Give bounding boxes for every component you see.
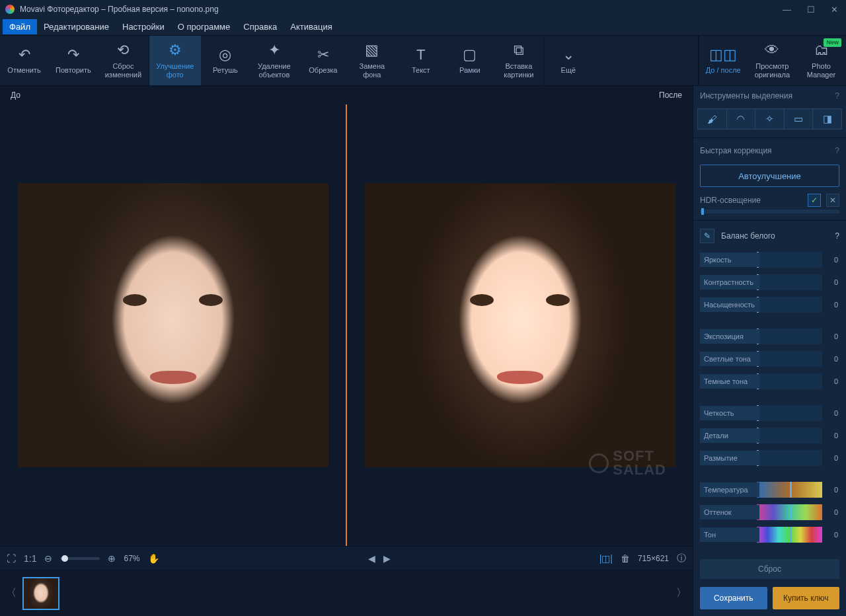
after-label: После [659,91,682,100]
fit-view-button[interactable]: |◫| [599,553,613,564]
selection-tools-label: Инструменты выделения [700,91,792,100]
eyedropper-button[interactable]: ✎ [700,229,714,243]
maximize-button[interactable]: ☐ [807,5,815,15]
menu-help[interactable]: Справка [237,19,284,34]
frames-button[interactable]: ▢Рамки [445,36,494,85]
info-button[interactable]: ⓘ [677,553,686,564]
new-badge: New [824,38,841,47]
lasso-tool[interactable]: ◠ [727,108,756,130]
hdr-slider[interactable] [700,210,839,213]
target-icon: ◎ [219,46,231,63]
app-logo-icon [5,5,15,14]
eye-icon: 👁 [765,42,779,59]
before-label: До [11,91,20,100]
crop-icon: ✂ [317,46,329,63]
menu-activation[interactable]: Активация [284,19,338,34]
sliders-icon: ⚙ [169,42,182,59]
zoom-out-button[interactable]: ⊖ [44,553,52,564]
chevron-down-icon: ⌄ [562,46,574,63]
thumb-next-button[interactable]: 〉 [675,576,687,611]
help-icon[interactable]: ? [835,91,839,100]
prev-button[interactable]: ◀ [368,553,375,564]
insert-image-button[interactable]: ⧉Вставка картинки [494,36,543,85]
quick-correction-label: Быстрая коррекция [700,146,772,155]
pan-button[interactable]: ✋ [148,553,159,564]
slider-shadows[interactable]: Темные тона0 [700,373,839,390]
redo-icon: ↷ [67,46,79,63]
slider-brightness[interactable]: Яркость0 [700,251,839,268]
thumbnail-1[interactable] [22,577,59,610]
slider-contrast[interactable]: Контрастность0 [700,274,839,291]
slider-blur[interactable]: Размытие0 [700,449,839,467]
side-panel: Инструменты выделения ? 🖌 ◠ ✧ ▭ ◨ Быстра… [693,86,846,616]
reset-changes-button[interactable]: ⟲Сброс изменений [98,36,149,85]
background-icon: ▧ [365,42,379,59]
frame-icon: ▢ [463,46,477,63]
hdr-cancel-button[interactable]: ✕ [826,194,839,207]
wand-tool[interactable]: ✧ [755,108,785,130]
undo-button[interactable]: ↶Отменить [0,36,49,85]
bottom-bar: ⛶ 1:1 ⊖ ⊕ 67% ✋ ◀ ▶ |◫| 🗑 715×621 ⓘ [0,546,693,570]
main-toolbar: ↶Отменить ↷Повторить ⟲Сброс изменений ⚙У… [0,36,846,86]
help-icon[interactable]: ? [835,231,839,241]
close-button[interactable]: ✕ [831,5,838,15]
enhance-button[interactable]: ⚙Улучшение фото [149,36,201,85]
retouch-button[interactable]: ◎Ретушь [201,36,250,85]
more-button[interactable]: ⌄Ещё [544,36,593,85]
menu-settings[interactable]: Настройки [116,19,171,34]
after-pane[interactable] [347,104,693,546]
change-bg-button[interactable]: ▧Замена фона [348,36,397,85]
minimize-button[interactable]: — [783,5,791,15]
save-button[interactable]: Сохранить [700,587,767,609]
before-after-toggle[interactable]: ◫◫До / после [699,36,748,85]
photo-manager-button[interactable]: New 🗂Photo Manager [797,36,846,85]
thumb-prev-button[interactable]: 〈 [5,576,17,611]
text-button[interactable]: TТекст [397,36,445,85]
buy-key-button[interactable]: Купить ключ [773,587,840,609]
after-image [365,183,675,467]
slider-temperature[interactable]: Температура0 [700,481,839,498]
zoom-slider[interactable] [60,557,100,560]
menu-edit[interactable]: Редактирование [37,19,116,34]
slider-hue[interactable]: Тон0 [700,526,839,543]
help-icon[interactable]: ? [835,146,839,155]
reset-button[interactable]: Сброс [700,559,839,579]
remove-objects-button[interactable]: ✦Удаление объектов [250,36,299,85]
menu-bar: Файл Редактирование Настройки О программ… [0,19,846,36]
actual-size-button[interactable]: 1:1 [24,553,36,564]
zoom-in-button[interactable]: ⊕ [108,553,116,564]
zoom-value: 67% [124,554,139,563]
slider-sharpness[interactable]: Четкость0 [700,404,839,422]
brush-tool[interactable]: 🖌 [697,108,727,130]
before-image [18,183,328,467]
crop-button[interactable]: ✂Обрезка [299,36,348,85]
reset-icon: ⟲ [117,42,129,59]
eraser-tool[interactable]: ◨ [813,108,842,130]
slider-highlights[interactable]: Светлые тона0 [700,350,839,367]
selection-tools-row: 🖌 ◠ ✧ ▭ ◨ [693,106,846,135]
menu-about[interactable]: О программе [171,19,237,34]
hdr-label: HDR-освещение [700,196,761,205]
slider-tint[interactable]: Оттенок0 [700,504,839,521]
title-bar: Movavi Фоторедактор – Пробная версия – n… [0,0,846,19]
slider-exposure[interactable]: Экспозиция0 [700,328,839,345]
thumbnail-strip: 〈 〉 [0,570,693,616]
delete-button[interactable]: 🗑 [621,553,630,564]
slider-saturation[interactable]: Насыщенность0 [700,296,839,313]
slider-details[interactable]: Детали0 [700,427,839,444]
fullscreen-button[interactable]: ⛶ [7,553,16,564]
image-dimensions: 715×621 [638,554,669,563]
redo-button[interactable]: ↷Повторить [49,36,98,85]
menu-file[interactable]: Файл [3,19,37,34]
undo-icon: ↶ [19,46,30,63]
view-original-button[interactable]: 👁Просмотр оригинала [748,36,797,85]
erase-icon: ✦ [268,42,280,59]
hdr-apply-button[interactable]: ✓ [808,194,821,207]
window-title: Movavi Фоторедактор – Пробная версия – n… [20,5,219,14]
before-pane[interactable] [0,104,346,546]
compare-icon: ◫◫ [709,46,737,63]
white-balance-label: Баланс белого [721,231,775,241]
next-button[interactable]: ▶ [383,553,391,564]
auto-enhance-button[interactable]: Автоулучшение [700,165,839,187]
marquee-tool[interactable]: ▭ [785,108,814,130]
